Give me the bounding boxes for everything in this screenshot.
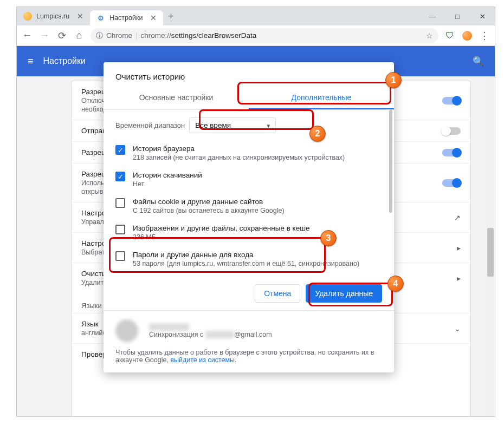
info-icon: ⓘ <box>96 31 103 41</box>
reload-button[interactable]: ⟳ <box>56 30 68 42</box>
checkbox[interactable]: ✓ <box>115 145 125 155</box>
time-range-row: Временной диапазон Все время ▼ <box>115 117 382 133</box>
extension-icon[interactable] <box>461 30 473 42</box>
tab-label: Настройки <box>109 14 143 22</box>
maximize-button[interactable]: □ <box>445 7 470 25</box>
forward-button[interactable]: → <box>38 30 50 42</box>
back-button[interactable]: ← <box>21 30 33 42</box>
tab-settings[interactable]: ⚙ Настройки ✕ <box>90 10 163 25</box>
option-cached-images[interactable]: Изображения и другие файлы, сохраненные … <box>115 219 382 246</box>
tab-close-icon[interactable]: ✕ <box>150 14 157 22</box>
dialog-scrollbar[interactable] <box>389 110 392 256</box>
dialog-actions: Отмена Удалить данные <box>104 277 394 310</box>
option-cookies[interactable]: Файлы cookie и другие данные сайтовС 192… <box>115 193 382 219</box>
time-range-select[interactable]: Все время ▼ <box>189 117 276 133</box>
url-text: chrome://settings/clearBrowserData <box>141 31 257 40</box>
sign-out-link[interactable]: выйдите из системы <box>170 356 235 364</box>
option-download-history[interactable]: ✓ История скачиванийНет <box>115 166 382 193</box>
sync-user-row: ████ ████ Синхронизация с ██████@gmail.c… <box>115 319 382 342</box>
toolbar: ← → ⟳ ⌂ ⓘ Chrome | chrome://settings/cle… <box>17 25 495 46</box>
window-controls: — □ ✕ <box>420 7 495 25</box>
checkbox[interactable] <box>115 251 125 261</box>
new-tab-button[interactable]: + <box>163 7 178 25</box>
chevron-down-icon: ▼ <box>266 122 271 128</box>
minimize-button[interactable]: — <box>420 7 445 25</box>
avatar <box>115 319 138 342</box>
footer-note: Чтобы удалить данные о работе в браузере… <box>115 349 382 364</box>
tab-advanced[interactable]: Дополнительные <box>249 87 394 109</box>
checkbox[interactable] <box>115 225 125 234</box>
tab-close-icon[interactable]: ✕ <box>77 12 83 21</box>
home-button[interactable]: ⌂ <box>73 30 85 42</box>
tab-lumpics[interactable]: Lumpics.ru ✕ <box>17 7 90 25</box>
content-area: ≡ Настройки 🔍 РазрешитьОтключитьнеобходи… <box>17 46 495 416</box>
star-icon[interactable]: ☆ <box>426 31 433 40</box>
delete-data-button[interactable]: Удалить данные <box>306 284 382 303</box>
titlebar: Lumpics.ru ✕ ⚙ Настройки ✕ + — □ ✕ <box>17 7 495 25</box>
tab-basic[interactable]: Основные настройки <box>104 87 249 109</box>
checkbox[interactable]: ✓ <box>115 172 125 181</box>
option-passwords[interactable]: Пароли и другие данные для входа53 парол… <box>115 246 382 272</box>
clear-data-dialog: Очистить историю Основные настройки Допо… <box>104 62 394 372</box>
tab-label: Lumpics.ru <box>36 12 69 20</box>
address-bar[interactable]: ⓘ Chrome | chrome://settings/clearBrowse… <box>91 28 438 43</box>
favicon-lumpics <box>23 12 32 21</box>
checkbox[interactable] <box>115 198 125 208</box>
cancel-button[interactable]: Отмена <box>255 284 300 303</box>
dialog-scroll-thumb[interactable] <box>389 110 392 213</box>
gear-icon: ⚙ <box>96 14 105 22</box>
shield-icon[interactable]: 🛡 <box>444 30 456 42</box>
time-range-label: Временной диапазон <box>115 121 185 129</box>
email-masked: ██████ <box>205 331 234 338</box>
protocol-label: Chrome <box>106 31 132 40</box>
dialog-title: Очистить историю <box>104 62 394 87</box>
user-name-masked: ████ ████ <box>149 323 189 331</box>
browser-window: Lumpics.ru ✕ ⚙ Настройки ✕ + — □ ✕ ← → ⟳… <box>16 6 495 417</box>
dialog-tabs: Основные настройки Дополнительные <box>104 87 394 110</box>
close-button[interactable]: ✕ <box>470 7 495 25</box>
option-browsing-history[interactable]: ✓ История браузера218 записей (не считая… <box>115 140 382 166</box>
dialog-footer: ████ ████ Синхронизация с ██████@gmail.c… <box>104 310 394 372</box>
modal-backdrop: Очистить историю Основные настройки Допо… <box>17 46 495 416</box>
menu-button[interactable]: ⋮ <box>479 30 490 42</box>
dialog-body: Временной диапазон Все время ▼ ✓ История… <box>104 110 394 277</box>
